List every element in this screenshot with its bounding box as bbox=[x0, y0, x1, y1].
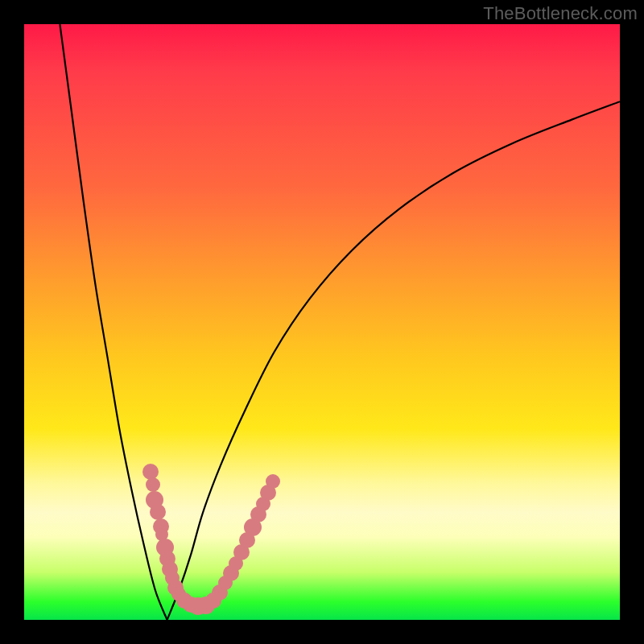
outer-frame: TheBottleneck.com bbox=[0, 0, 644, 644]
curve-layer bbox=[24, 24, 620, 620]
watermark-text: TheBottleneck.com bbox=[483, 3, 638, 24]
plot-area bbox=[24, 24, 620, 620]
curve-bead bbox=[150, 504, 166, 520]
curve-left-branch bbox=[60, 24, 167, 620]
curve-bead bbox=[142, 464, 159, 480]
curve-right-branch bbox=[167, 101, 620, 620]
curve-bead bbox=[266, 474, 280, 489]
curve-bead bbox=[146, 477, 160, 492]
